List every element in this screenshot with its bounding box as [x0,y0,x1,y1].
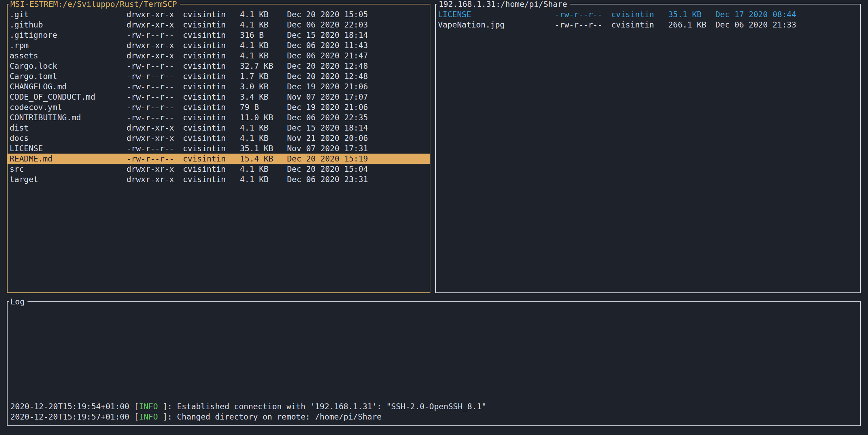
file-permissions: drwxr-xr-x [127,20,183,30]
log-level-bracket-close: ]: [163,412,177,421]
file-name: assets [10,51,127,61]
file-permissions: -rw-r--r-- [127,154,183,164]
file-name: src [10,164,127,174]
file-row[interactable]: srcdrwxr-xr-xcvisintin4.1 KBDec 20 2020 … [8,164,430,174]
file-row[interactable]: .githubdrwxr-xr-xcvisintin4.1 KBDec 06 2… [8,20,430,30]
file-size: 4.1 KB [240,20,287,30]
file-permissions: -rw-r--r-- [127,143,183,154]
log-message: Established connection with '192.168.1.3… [177,402,486,411]
log-level-bracket-open: [ [129,402,139,411]
file-modified-date: Dec 15 2020 18:14 [287,30,430,40]
file-modified-date: Dec 20 2020 12:48 [287,71,430,81]
file-row[interactable]: LICENSE-rw-r--r--cvisintin35.1 KBNov 07 … [8,143,430,154]
file-row[interactable]: docsdrwxr-xr-xcvisintin4.1 KBNov 21 2020… [8,133,430,143]
file-size: 35.1 KB [240,143,287,154]
file-permissions: drwxr-xr-x [127,133,183,143]
local-file-list: .gitdrwxr-xr-xcvisintin4.1 KBDec 20 2020… [8,4,430,292]
file-name: dist [10,123,127,133]
file-owner: cvisintin [183,174,240,185]
file-size: 4.1 KB [240,164,287,174]
file-row[interactable]: targetdrwxr-xr-xcvisintin4.1 KBDec 06 20… [8,174,430,185]
file-owner: cvisintin [183,154,240,164]
log-level: INFO [139,402,163,411]
file-name: CHANGELOG.md [10,81,127,92]
file-size: 11.0 KB [240,112,287,123]
log-entry: 2020-12-20T15:19:54+01:00 [INFO ]: Estab… [10,401,857,412]
file-row[interactable]: codecov.yml-rw-r--r--cvisintin79 BDec 19… [8,102,430,112]
file-modified-date: Dec 19 2020 21:06 [287,81,430,92]
file-permissions: -rw-r--r-- [127,71,183,81]
file-size: 266.1 KB [668,20,715,30]
local-explorer-panel[interactable]: MSI-ESTREM:/e/Sviluppo/Rust/TermSCP .git… [7,4,430,293]
file-modified-date: Dec 20 2020 15:05 [287,9,430,20]
file-permissions: -rw-r--r-- [127,61,183,71]
log-level-bracket-open: [ [129,412,139,421]
file-modified-date: Dec 20 2020 15:04 [287,164,430,174]
file-modified-date: Nov 07 2020 17:31 [287,143,430,154]
file-row[interactable]: .rpmdrwxr-xr-xcvisintin4.1 KBDec 06 2020… [8,40,430,51]
file-row[interactable]: distdrwxr-xr-xcvisintin4.1 KBDec 15 2020… [8,123,430,133]
log-timestamp: 2020-12-20T15:19:54+01:00 [10,402,129,411]
file-permissions: -rw-r--r-- [127,102,183,112]
file-modified-date: Dec 06 2020 21:33 [715,20,860,30]
file-modified-date: Dec 20 2020 12:48 [287,61,430,71]
file-name: LICENSE [10,143,127,154]
file-modified-date: Nov 21 2020 20:06 [287,133,430,143]
file-owner: cvisintin [183,102,240,112]
file-permissions: drwxr-xr-x [127,40,183,51]
file-modified-date: Dec 20 2020 15:19 [287,154,430,164]
log-level: INFO [139,412,163,421]
file-permissions: drwxr-xr-x [127,164,183,174]
file-row[interactable]: .gitignore-rw-r--r--cvisintin316 BDec 15… [8,30,430,40]
file-owner: cvisintin [183,112,240,123]
file-owner: cvisintin [183,164,240,174]
file-owner: cvisintin [183,40,240,51]
file-row[interactable]: assetsdrwxr-xr-xcvisintin4.1 KBDec 06 20… [8,51,430,61]
file-row[interactable]: Cargo.lock-rw-r--r--cvisintin32.7 KBDec … [8,61,430,71]
file-name: codecov.yml [10,102,127,112]
file-name: docs [10,133,127,143]
log-message: Changed directory on remote: /home/pi/Sh… [177,412,382,421]
file-size: 4.1 KB [240,174,287,185]
file-row[interactable]: .gitdrwxr-xr-xcvisintin4.1 KBDec 20 2020… [8,9,430,20]
file-name: Cargo.toml [10,71,127,81]
file-permissions: -rw-r--r-- [127,112,183,123]
file-name: README.md [10,154,127,164]
file-name: CODE_OF_CONDUCT.md [10,92,127,102]
file-owner: cvisintin [183,71,240,81]
remote-explorer-panel[interactable]: 192.168.1.31:/home/pi/Share LICENSE-rw-r… [435,4,861,293]
file-permissions: drwxr-xr-x [127,174,183,185]
file-row[interactable]: CODE_OF_CONDUCT.md-rw-r--r--cvisintin3.4… [8,92,430,102]
file-owner: cvisintin [183,123,240,133]
file-modified-date: Dec 17 2020 08:44 [715,9,860,20]
file-modified-date: Dec 15 2020 18:14 [287,123,430,133]
file-row[interactable]: VapeNation.jpg-rw-r--r--cvisintin266.1 K… [436,20,860,30]
file-permissions: -rw-r--r-- [555,9,611,20]
file-permissions: -rw-r--r-- [127,92,183,102]
file-row[interactable]: CHANGELOG.md-rw-r--r--cvisintin3.0 KBDec… [8,81,430,92]
file-size: 35.1 KB [668,9,715,20]
file-row[interactable]: LICENSE-rw-r--r--cvisintin35.1 KBDec 17 … [436,9,860,20]
file-row[interactable]: Cargo.toml-rw-r--r--cvisintin1.7 KBDec 2… [8,71,430,81]
remote-file-list: LICENSE-rw-r--r--cvisintin35.1 KBDec 17 … [436,4,860,292]
file-owner: cvisintin [183,92,240,102]
file-owner: cvisintin [183,51,240,61]
file-name: .gitignore [10,30,127,40]
file-name: .github [10,20,127,30]
file-modified-date: Dec 06 2020 21:47 [287,51,430,61]
file-owner: cvisintin [611,20,668,30]
file-permissions: -rw-r--r-- [555,20,611,30]
file-row[interactable]: README.md-rw-r--r--cvisintin15.4 KBDec 2… [8,154,430,164]
file-name: Cargo.lock [10,61,127,71]
file-name: CONTRIBUTING.md [10,112,127,123]
file-owner: cvisintin [183,30,240,40]
file-modified-date: Dec 06 2020 23:31 [287,174,430,185]
file-row[interactable]: CONTRIBUTING.md-rw-r--r--cvisintin11.0 K… [8,112,430,123]
log-entry: 2020-12-20T15:19:57+01:00 [INFO ]: Chang… [10,412,857,422]
file-name: .git [10,9,127,20]
termscp-app: { "colors": { "background": "#1e222b", "… [0,0,868,435]
log-level-bracket-close: ]: [163,402,177,411]
file-size: 1.7 KB [240,71,287,81]
file-size: 32.7 KB [240,61,287,71]
file-owner: cvisintin [183,81,240,92]
